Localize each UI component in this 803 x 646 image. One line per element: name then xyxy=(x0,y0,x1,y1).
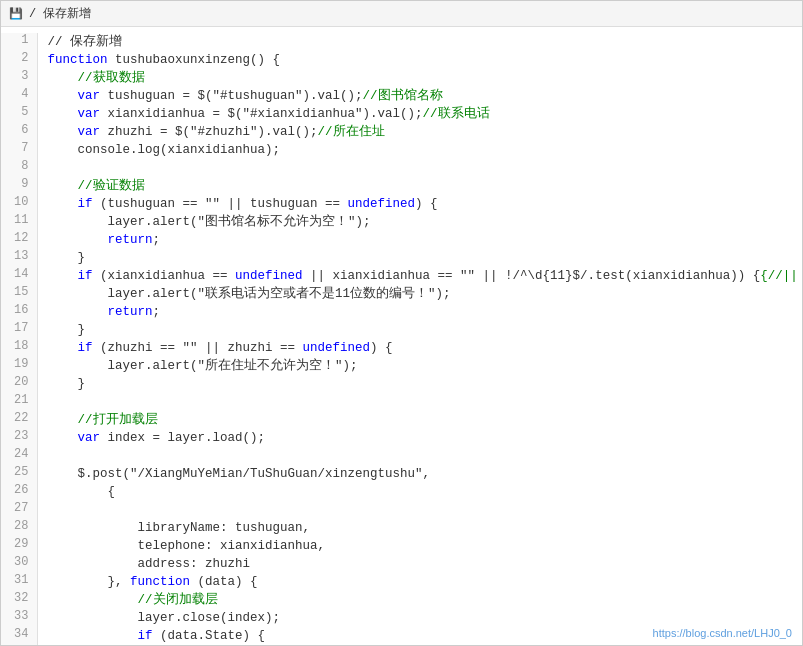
table-row: 18 if (zhuzhi == "" || zhuzhi == undefin… xyxy=(1,339,802,357)
line-number: 17 xyxy=(1,321,37,339)
code-content: return; xyxy=(37,303,802,321)
line-number: 34 xyxy=(1,627,37,645)
line-number: 1 xyxy=(1,33,37,51)
table-row: 30 address: zhuzhi xyxy=(1,555,802,573)
table-row: 12 return; xyxy=(1,231,802,249)
code-content: //关闭加载层 xyxy=(37,591,802,609)
save-icon: 💾 xyxy=(9,7,23,20)
table-row: 33 layer.close(index); xyxy=(1,609,802,627)
code-content xyxy=(37,501,802,519)
code-content: layer.alert("联系电话为空或者不是11位数的编号！"); xyxy=(37,285,802,303)
code-content: var zhuzhi = $("#zhuzhi").val();//所在住址 xyxy=(37,123,802,141)
line-number: 12 xyxy=(1,231,37,249)
code-content: telephone: xianxidianhua, xyxy=(37,537,802,555)
line-number: 18 xyxy=(1,339,37,357)
table-row: 23 var index = layer.load(); xyxy=(1,429,802,447)
code-content: } xyxy=(37,375,802,393)
line-number: 4 xyxy=(1,87,37,105)
table-row: 21 xyxy=(1,393,802,411)
table-row: 7 console.log(xianxidianhua); xyxy=(1,141,802,159)
code-content: } xyxy=(37,249,802,267)
line-number: 30 xyxy=(1,555,37,573)
line-number: 2 xyxy=(1,51,37,69)
code-content: }, function (data) { xyxy=(37,573,802,591)
line-number: 11 xyxy=(1,213,37,231)
code-content xyxy=(37,393,802,411)
table-row: 31 }, function (data) { xyxy=(1,573,802,591)
table-row: 25 $.post("/XiangMuYeMian/TuShuGuan/xinz… xyxy=(1,465,802,483)
line-number: 7 xyxy=(1,141,37,159)
line-number: 21 xyxy=(1,393,37,411)
line-number: 3 xyxy=(1,69,37,87)
code-content: address: zhuzhi xyxy=(37,555,802,573)
line-number: 31 xyxy=(1,573,37,591)
code-content: //打开加载层 xyxy=(37,411,802,429)
table-row: 13 } xyxy=(1,249,802,267)
table-row: 6 var zhuzhi = $("#zhuzhi").val();//所在住址 xyxy=(1,123,802,141)
table-row: 14 if (xianxidianhua == undefined || xia… xyxy=(1,267,802,285)
line-number: 19 xyxy=(1,357,37,375)
line-number: 6 xyxy=(1,123,37,141)
watermark: https://blog.csdn.net/LHJ0_0 xyxy=(653,627,792,639)
code-editor[interactable]: 1// 保存新增2function tushubaoxunxinzeng() {… xyxy=(1,27,802,645)
line-number: 5 xyxy=(1,105,37,123)
table-row: 29 telephone: xianxidianhua, xyxy=(1,537,802,555)
table-row: 15 layer.alert("联系电话为空或者不是11位数的编号！"); xyxy=(1,285,802,303)
code-content: function tushubaoxunxinzeng() { xyxy=(37,51,802,69)
line-number: 32 xyxy=(1,591,37,609)
title-bar-label: / 保存新增 xyxy=(29,5,91,22)
table-row: 28 libraryName: tushuguan, xyxy=(1,519,802,537)
table-row: 8 xyxy=(1,159,802,177)
table-row: 17 } xyxy=(1,321,802,339)
table-row: 1// 保存新增 xyxy=(1,33,802,51)
line-number: 20 xyxy=(1,375,37,393)
code-content: // 保存新增 xyxy=(37,33,802,51)
main-window: 💾 / 保存新增 1// 保存新增2function tushubaoxunxi… xyxy=(0,0,803,646)
table-row: 20 } xyxy=(1,375,802,393)
line-number: 13 xyxy=(1,249,37,267)
title-bar: 💾 / 保存新增 xyxy=(1,1,802,27)
line-number: 29 xyxy=(1,537,37,555)
line-number: 28 xyxy=(1,519,37,537)
code-content xyxy=(37,447,802,465)
code-content: layer.alert("图书馆名标不允许为空！"); xyxy=(37,213,802,231)
code-content: return; xyxy=(37,231,802,249)
line-number: 25 xyxy=(1,465,37,483)
code-table: 1// 保存新增2function tushubaoxunxinzeng() {… xyxy=(1,33,802,645)
table-row: 24 xyxy=(1,447,802,465)
table-row: 32 //关闭加载层 xyxy=(1,591,802,609)
code-content: var xianxidianhua = $("#xianxidianhua").… xyxy=(37,105,802,123)
line-number: 15 xyxy=(1,285,37,303)
code-content: layer.alert("所在住址不允许为空！"); xyxy=(37,357,802,375)
line-number: 22 xyxy=(1,411,37,429)
code-content: } xyxy=(37,321,802,339)
code-content: layer.close(index); xyxy=(37,609,802,627)
line-number: 33 xyxy=(1,609,37,627)
line-number: 26 xyxy=(1,483,37,501)
code-content: if (tushuguan == "" || tushuguan == unde… xyxy=(37,195,802,213)
code-content: var index = layer.load(); xyxy=(37,429,802,447)
table-row: 27 xyxy=(1,501,802,519)
code-content: if (zhuzhi == "" || zhuzhi == undefined)… xyxy=(37,339,802,357)
table-row: 26 { xyxy=(1,483,802,501)
table-row: 10 if (tushuguan == "" || tushuguan == u… xyxy=(1,195,802,213)
table-row: 11 layer.alert("图书馆名标不允许为空！"); xyxy=(1,213,802,231)
code-content: $.post("/XiangMuYeMian/TuShuGuan/xinzeng… xyxy=(37,465,802,483)
line-number: 16 xyxy=(1,303,37,321)
table-row: 2function tushubaoxunxinzeng() { xyxy=(1,51,802,69)
code-content: console.log(xianxidianhua); xyxy=(37,141,802,159)
code-content: var tushuguan = $("#tushuguan").val();//… xyxy=(37,87,802,105)
table-row: 22 //打开加载层 xyxy=(1,411,802,429)
code-content: if (xianxidianhua == undefined || xianxi… xyxy=(37,267,802,285)
table-row: 9 //验证数据 xyxy=(1,177,802,195)
table-row: 19 layer.alert("所在住址不允许为空！"); xyxy=(1,357,802,375)
code-content: //获取数据 xyxy=(37,69,802,87)
line-number: 8 xyxy=(1,159,37,177)
line-number: 10 xyxy=(1,195,37,213)
line-number: 14 xyxy=(1,267,37,285)
code-content: { xyxy=(37,483,802,501)
table-row: 5 var xianxidianhua = $("#xianxidianhua"… xyxy=(1,105,802,123)
line-number: 27 xyxy=(1,501,37,519)
table-row: 16 return; xyxy=(1,303,802,321)
line-number: 9 xyxy=(1,177,37,195)
